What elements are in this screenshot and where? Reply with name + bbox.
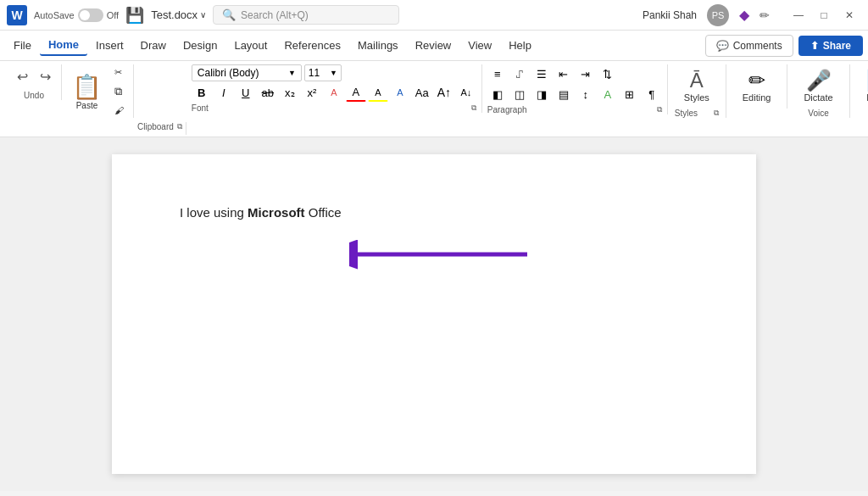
comments-label: Comments	[733, 40, 782, 52]
cut-icon: ✂	[114, 67, 122, 78]
dictate-button[interactable]: 🎤 Dictate	[794, 64, 842, 109]
font-row2: B I U ab x₂ x² A A A A Aa A↑ A↓	[192, 83, 476, 102]
clipboard-label: Clipboard ⧉	[134, 122, 186, 135]
autosave-area: AutoSave Off	[34, 8, 119, 22]
menu-home[interactable]: Home	[40, 35, 87, 56]
paste-button[interactable]: 📋 Paste	[67, 70, 107, 114]
character-shading-button[interactable]: Aa	[412, 83, 432, 102]
autosave-toggle[interactable]	[78, 8, 103, 22]
paste-icon: 📋	[72, 73, 102, 101]
comments-icon: 💬	[716, 40, 729, 52]
menu-draw[interactable]: Draw	[132, 36, 175, 55]
menu-help[interactable]: Help	[500, 36, 540, 55]
doc-text-bold: Microsoft	[248, 205, 305, 220]
font-color-button[interactable]: A	[346, 83, 366, 102]
decrease-font-button[interactable]: A↓	[456, 83, 476, 102]
share-icon: ⬆	[810, 40, 819, 52]
paragraph-expand-icon[interactable]: ⧉	[657, 105, 662, 114]
arrow-annotation	[349, 229, 536, 280]
diamond-icon[interactable]: ◆	[739, 7, 749, 23]
align-center-button[interactable]: ◫	[509, 85, 530, 103]
align-left-button[interactable]: ◧	[487, 85, 508, 103]
document-page[interactable]: I love using Microsoft Office	[112, 154, 756, 474]
undo-section: ↩ ↪ Undo	[7, 64, 62, 100]
share-button[interactable]: ⬆ Share	[798, 36, 863, 56]
close-button[interactable]: ✕	[837, 5, 861, 25]
font-row1: Calibri (Body) ▼ 11 ▼	[192, 64, 476, 81]
menu-insert[interactable]: Insert	[87, 36, 132, 55]
highlight-button[interactable]: A	[368, 83, 388, 102]
font-family-caret: ▼	[288, 69, 296, 77]
font-section: Calibri (Body) ▼ 11 ▼ B I U ab x₂ x² A A…	[186, 64, 482, 113]
editing-button[interactable]: ✏ Editing	[733, 64, 781, 109]
redo-button[interactable]: ↪	[35, 64, 56, 89]
clear-format-button[interactable]: A	[324, 83, 344, 102]
borders-button[interactable]: ⊞	[620, 85, 640, 103]
editing-section: ✏ Editing	[726, 64, 788, 109]
search-bar[interactable]: 🔍 Search (Alt+Q)	[213, 5, 399, 25]
styles-icon: Ā	[690, 70, 704, 91]
menu-review[interactable]: Review	[407, 36, 460, 55]
menu-view[interactable]: View	[459, 36, 500, 55]
styles-gallery: Ā Styles	[675, 64, 719, 109]
justify-button[interactable]: ▤	[554, 85, 574, 103]
align-right-button[interactable]: ◨	[531, 85, 552, 103]
voice-label: Voice	[808, 109, 828, 118]
user-name: Pankii Shah	[643, 9, 697, 21]
doc-text-after: Office	[305, 205, 342, 220]
sort-button[interactable]: ⇅	[598, 64, 618, 83]
styles-expand-icon[interactable]: ⧉	[714, 109, 719, 118]
underline-button[interactable]: U	[236, 83, 256, 102]
bold-button[interactable]: B	[192, 83, 212, 102]
cut-button[interactable]: ✂	[110, 64, 128, 81]
autosave-state: Off	[107, 10, 119, 20]
menu-mailings[interactable]: Mailings	[349, 36, 407, 55]
styles-section: Ā Styles Styles ⧉	[668, 64, 726, 118]
pen-icon[interactable]: ✏	[760, 8, 770, 22]
text-effects-button[interactable]: A	[390, 83, 410, 102]
undo-button[interactable]: ↩	[12, 64, 33, 89]
paragraph-section: ≡ ⑀ ☰ ⇤ ⇥ ⇅ ◧ ◫ ◨ ▤ ↕ A ⊞ ¶ Paragraph ⧉	[482, 64, 668, 114]
comments-button[interactable]: 💬 Comments	[705, 35, 793, 57]
increase-indent-button[interactable]: ⇥	[576, 64, 596, 83]
italic-button[interactable]: I	[214, 83, 234, 102]
menu-references[interactable]: References	[275, 36, 348, 55]
font-size-caret: ▼	[330, 69, 337, 77]
font-expand-icon[interactable]: ⧉	[471, 103, 476, 113]
undo-label: Undo	[24, 91, 44, 100]
voice-section: 🎤 Dictate Voice	[787, 64, 849, 118]
dictate-icon: 🎤	[806, 70, 832, 91]
word-icon: W	[7, 5, 27, 25]
user-avatar: PS	[707, 4, 729, 26]
styles-button[interactable]: Ā Styles	[675, 64, 719, 109]
search-placeholder: Search (Alt+Q)	[241, 9, 309, 21]
shading-button[interactable]: A	[598, 85, 618, 103]
increase-font-button[interactable]: A↑	[434, 83, 454, 102]
strikethrough-button[interactable]: ab	[258, 83, 278, 102]
minimize-button[interactable]: —	[787, 5, 810, 25]
document-content: I love using Microsoft Office	[180, 205, 688, 220]
window-controls: — □ ✕	[787, 5, 861, 25]
bullets-button[interactable]: ≡	[487, 64, 508, 83]
menu-file[interactable]: File	[5, 36, 40, 55]
filename[interactable]: Test.docx ∨	[151, 8, 206, 21]
menu-bar-right: 💬 Comments ⬆ Share	[705, 35, 863, 57]
font-family-dropdown[interactable]: Calibri (Body) ▼	[192, 64, 302, 81]
font-size-dropdown[interactable]: 11 ▼	[304, 64, 342, 81]
paragraph-label-row: Paragraph ⧉	[487, 105, 662, 114]
save-icon[interactable]: 💾	[125, 6, 144, 25]
menu-layout[interactable]: Layout	[225, 36, 275, 55]
restore-button[interactable]: □	[812, 5, 836, 25]
format-painter-button[interactable]: 🖌	[110, 103, 128, 118]
superscript-button[interactable]: x²	[302, 83, 322, 102]
subscript-button[interactable]: x₂	[280, 83, 300, 102]
copy-button[interactable]: ⧉	[110, 82, 128, 101]
line-spacing-button[interactable]: ↕	[576, 85, 596, 103]
pilcrow-button[interactable]: ¶	[642, 85, 662, 103]
clipboard-expand-icon[interactable]: ⧉	[177, 122, 182, 131]
multilevel-list-button[interactable]: ☰	[531, 64, 552, 83]
numbering-button[interactable]: ⑀	[509, 64, 530, 83]
menu-design[interactable]: Design	[175, 36, 225, 55]
editor-button[interactable]: 📝 Editor	[857, 64, 868, 109]
decrease-indent-button[interactable]: ⇤	[554, 64, 574, 83]
